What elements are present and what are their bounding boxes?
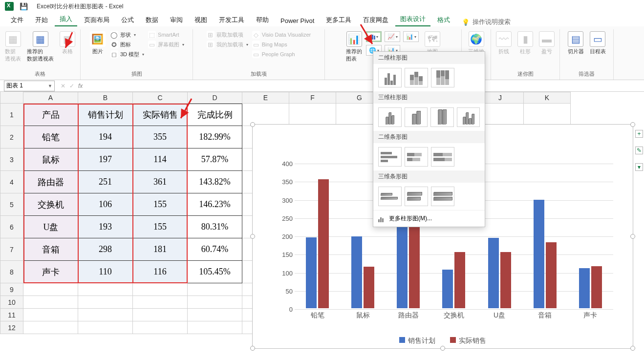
spark-winloss-button[interactable]: ▬盈亏	[537, 30, 557, 56]
cell-K1[interactable]	[524, 104, 571, 126]
stacked100-column-option[interactable]	[431, 68, 454, 87]
my-addins-button[interactable]: ⊞我的加载项▾	[206, 40, 249, 49]
cell-D7[interactable]: 60.74%	[188, 238, 242, 261]
cell-A12[interactable]	[23, 321, 78, 334]
3d-stacked-bar-option[interactable]	[405, 187, 428, 206]
col-header-E[interactable]: E	[242, 92, 289, 104]
cell-B11[interactable]	[78, 309, 133, 321]
icons-button[interactable]: ✪图标	[109, 40, 145, 49]
cell-A7[interactable]: 音箱	[23, 238, 78, 261]
recommended-pivot-button[interactable]: ▦推荐的 数据透视表	[25, 30, 56, 63]
shapes-button[interactable]: ◯形状▾	[109, 30, 145, 39]
cell-A2[interactable]: 铅笔	[23, 126, 78, 148]
tab-view[interactable]: 视图	[190, 14, 212, 26]
row-header-2[interactable]: 2	[0, 126, 23, 148]
3d-stacked-column-option[interactable]	[405, 107, 428, 127]
col-header-K[interactable]: K	[524, 92, 571, 104]
cell-E1[interactable]	[242, 104, 289, 126]
tell-me-search[interactable]: 💡 操作说明搜索	[462, 18, 511, 26]
cell-A10[interactable]	[23, 296, 78, 309]
cell-C12[interactable]	[133, 321, 188, 334]
slicer-button[interactable]: ▤切片器	[566, 30, 586, 56]
stacked-bar-option[interactable]	[405, 147, 428, 167]
cell-B8[interactable]: 110	[78, 261, 133, 283]
peoplegraph-button[interactable]: ▭People Graph	[251, 50, 312, 59]
cell-D6[interactable]: 80.31%	[188, 216, 242, 238]
cell-B3[interactable]: 197	[78, 148, 133, 171]
row-header-6[interactable]: 6	[0, 216, 23, 238]
cell-C2[interactable]: 355	[133, 126, 188, 148]
combo-chart-dropdown[interactable]: 📊▾	[403, 31, 419, 42]
tab-baidu[interactable]: 百度网盘	[358, 14, 393, 26]
cell-B9[interactable]	[78, 283, 133, 296]
row-header-7[interactable]: 7	[0, 238, 23, 261]
3d-column-option[interactable]	[457, 107, 480, 127]
cell-A5[interactable]: 交换机	[23, 193, 78, 216]
tab-file[interactable]: 文件	[6, 14, 28, 26]
spark-col-button[interactable]: ▮柱形	[515, 30, 535, 56]
cell-A9[interactable]	[23, 283, 78, 296]
stacked-column-option[interactable]	[405, 68, 428, 87]
stacked100-bar-option[interactable]	[431, 147, 454, 167]
row-header-11[interactable]: 11	[0, 309, 23, 321]
col-header-C[interactable]: C	[133, 92, 188, 104]
chart-legend[interactable]: 销售计划 实际销售	[253, 337, 633, 345]
tab-moretools[interactable]: 更多工具	[321, 14, 356, 26]
cancel-formula-icon[interactable]: ✕	[61, 83, 65, 89]
select-all-corner[interactable]	[0, 92, 23, 104]
cell-C3[interactable]: 114	[133, 148, 188, 171]
3d-clustered-column-option[interactable]	[378, 107, 402, 127]
col-header-A[interactable]: A	[23, 92, 78, 104]
cell-D10[interactable]	[188, 296, 242, 309]
cell-D5[interactable]: 146.23%	[188, 193, 242, 216]
row-header-10[interactable]: 10	[0, 296, 23, 309]
cell-D9[interactable]	[188, 283, 242, 296]
screenshot-button[interactable]: ▭屏幕截图▾	[147, 40, 185, 49]
clustered-bar-option[interactable]	[378, 147, 402, 167]
cell-D4[interactable]: 143.82%	[188, 171, 242, 193]
tab-review[interactable]: 审阅	[165, 14, 188, 26]
tab-chartdesign[interactable]: 图表设计	[395, 13, 430, 26]
col-header-F[interactable]: F	[289, 92, 336, 104]
cell-C11[interactable]	[133, 309, 188, 321]
cell-C10[interactable]	[133, 296, 188, 309]
cell-C7[interactable]: 181	[133, 238, 188, 261]
cell-A6[interactable]: U盘	[23, 216, 78, 238]
cell-F1[interactable]	[289, 104, 336, 126]
cell-D8[interactable]: 105.45%	[188, 261, 242, 283]
cell-D11[interactable]	[188, 309, 242, 321]
tab-powerpivot[interactable]: Power Pivot	[276, 15, 319, 26]
cell-B6[interactable]: 193	[78, 216, 133, 238]
cell-C4[interactable]: 361	[133, 171, 188, 193]
enter-formula-icon[interactable]: ✓	[69, 83, 74, 89]
cell-A4[interactable]: 路由器	[23, 171, 78, 193]
recommended-charts-button[interactable]: 📊推荐的 图表	[344, 30, 364, 63]
cell-C8[interactable]: 116	[133, 261, 188, 283]
3d-clustered-bar-option[interactable]	[378, 187, 402, 206]
row-header-9[interactable]: 9	[0, 283, 23, 296]
cell-B12[interactable]	[78, 321, 133, 334]
row-header-4[interactable]: 4	[0, 171, 23, 193]
cell-D12[interactable]	[188, 321, 242, 334]
name-box[interactable]: 图表 1▼	[4, 81, 55, 91]
cell-C9[interactable]	[133, 283, 188, 296]
cell-A1[interactable]: 产品	[23, 104, 78, 126]
col-header-B[interactable]: B	[78, 92, 133, 104]
cell-B10[interactable]	[78, 296, 133, 309]
cell-A11[interactable]	[23, 309, 78, 321]
cell-B1[interactable]: 销售计划	[78, 104, 133, 126]
tab-insert[interactable]: 插入	[55, 13, 77, 26]
tab-home[interactable]: 开始	[30, 14, 53, 26]
cell-D2[interactable]: 182.99%	[188, 126, 242, 148]
tab-developer[interactable]: 开发工具	[214, 14, 249, 26]
tab-data[interactable]: 数据	[141, 14, 163, 26]
line-chart-dropdown[interactable]: 📈▾	[385, 31, 400, 42]
cell-B2[interactable]: 194	[78, 126, 133, 148]
3d-stacked100-column-option[interactable]	[430, 107, 454, 127]
pivot-table-button[interactable]: ▦数据 透视表	[3, 30, 23, 63]
more-column-charts-button[interactable]: 更多柱形图(M)...	[373, 210, 485, 227]
clustered-column-option[interactable]	[378, 68, 402, 87]
chart-styles-button[interactable]: ✎	[635, 147, 643, 154]
visio-button[interactable]: ◇Visio Data Visualizer	[251, 30, 312, 39]
tab-format[interactable]: 格式	[432, 14, 455, 26]
